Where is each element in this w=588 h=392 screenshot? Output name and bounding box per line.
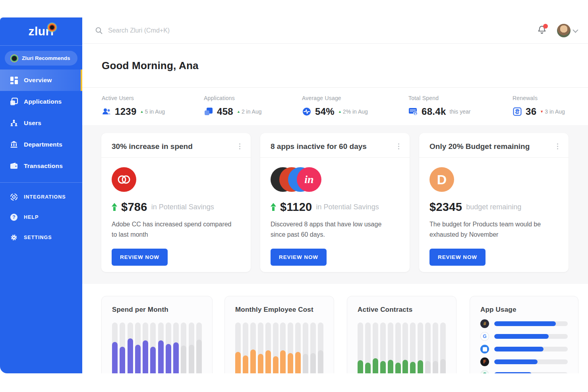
bar-track [181,322,186,373]
chart-card-app-usage: App Usage #GFG [470,296,578,373]
recommendation-card-budget: Only 20% Budget remaining D $2345 budget… [419,133,569,272]
wallet-icon [10,162,18,170]
bar-track [120,322,125,373]
main-content: Good Morning, Ana Active Users 1239 ▲5 i… [82,17,588,373]
card-description: Discovered 8 apps that have low usage si… [271,219,394,240]
bar-track [196,322,202,373]
svg-text:?: ? [12,214,15,220]
bar-fill [318,350,323,373]
usage-row: G [480,370,568,373]
sidebar-item-integrations[interactable]: INTEGRATIONS [0,187,82,207]
bar-fill [250,350,256,373]
sidebar-item-label: Transactions [24,162,63,170]
usage-bar-track [494,334,568,339]
card-title: 30% increase in spend [112,142,193,151]
budget-suffix: budget remaining [466,203,521,211]
review-now-button[interactable]: REVIEW NOW [112,249,168,266]
bar-fill [112,342,118,373]
bar-fill [189,345,194,373]
kebab-menu-icon[interactable] [238,142,242,151]
sidebar-divider [0,45,82,46]
bar-fill [120,347,125,373]
bar-fill [158,340,164,373]
sidebar-divider [0,182,82,183]
bar-fill [358,360,363,373]
kebab-menu-icon[interactable] [555,142,560,151]
savings-suffix: in Potential Savings [316,203,379,211]
usage-bar-track [494,347,568,351]
account-menu[interactable] [557,24,577,37]
bar-fill [295,352,301,373]
stat-value: 54% [315,106,335,117]
chart-title: Spend per Month [112,306,202,314]
bar-fill [258,354,263,373]
search-box[interactable] [95,27,537,34]
sidebar-item-overview[interactable]: Overview [0,70,82,91]
bar-fill [273,356,279,373]
zluri-recommends-button[interactable]: Zluri Recommends [5,51,77,66]
bar-fill [388,360,393,373]
logo[interactable]: zluri [0,17,82,45]
stat-renewals: Renewals $ 36 ▼3 in Aug [513,95,565,117]
notification-badge [543,24,548,29]
svg-text:$: $ [516,110,518,114]
stat-value: 68.4k [422,106,446,117]
avatar [557,24,571,37]
review-now-button[interactable]: REVIEW NOW [271,249,327,266]
sidebar-item-transactions[interactable]: Transactions [0,155,82,177]
department-d-icon: D [429,167,454,192]
chart-title: Active Contracts [358,306,446,314]
sidebar-item-label: SETTINGS [24,235,52,240]
spend-card-icon: $ [408,107,418,116]
bar-fill [373,358,378,373]
page-title: Good Morning, Ana [82,44,588,72]
gear-icon [10,233,18,242]
notifications-button[interactable] [537,25,547,36]
sidebar-item-label: Departments [24,141,62,148]
sidebar-item-departments[interactable]: Departments [0,134,82,155]
bar-track [295,322,301,373]
stat-label: Total Spend [408,95,470,101]
usage-bar-fill [494,321,556,326]
chart-title: Monthly Employee Cost [235,306,323,314]
sidebar-item-label: Overview [24,77,52,84]
kebab-menu-icon[interactable] [397,142,401,151]
stat-value: 458 [217,106,233,117]
stat-delta-text: 5 in Aug [145,108,165,115]
bar-track [166,322,171,373]
grid-icon [10,76,18,85]
savings-amount: $786 [121,201,147,214]
bar-fill [288,353,293,373]
bar-track [243,322,248,373]
bar-track [440,322,446,373]
stat-delta-text: 3 in Aug [545,108,565,115]
bar-fill [303,354,308,373]
sidebar-item-applications[interactable]: Applications [0,91,82,112]
stat-applications: Applications 458 ▲2 in Aug [204,95,261,117]
recommends-label: Zluri Recommends [22,55,70,61]
search-input[interactable] [108,27,275,34]
savings-up-arrow-icon [271,203,276,212]
sidebar-item-help[interactable]: ? HELP [0,207,82,227]
bar-track [310,322,316,373]
bar-fill [440,359,446,373]
docs-icon [480,345,489,353]
stat-label: Active Users [102,95,165,101]
sidebar-item-settings[interactable]: SETTINGS [0,227,82,247]
review-now-button[interactable]: REVIEW NOW [429,249,485,266]
usage-bar-track [494,321,568,326]
bar-track [395,322,401,373]
sidebar-item-users[interactable]: Users [0,112,82,134]
bar-track [388,322,393,373]
bar-track [365,322,371,373]
bar-track [303,322,308,373]
usage-activity-icon [302,107,311,116]
usage-row [480,345,568,353]
slack-icon: # [480,319,489,328]
stat-label: Renewals [513,95,565,101]
stat-value: 1239 [115,106,137,117]
google-icon: G [480,332,489,341]
stat-label: Applications [204,95,261,101]
stat-label: Average Usage [302,95,368,101]
usage-row: # [480,319,568,328]
